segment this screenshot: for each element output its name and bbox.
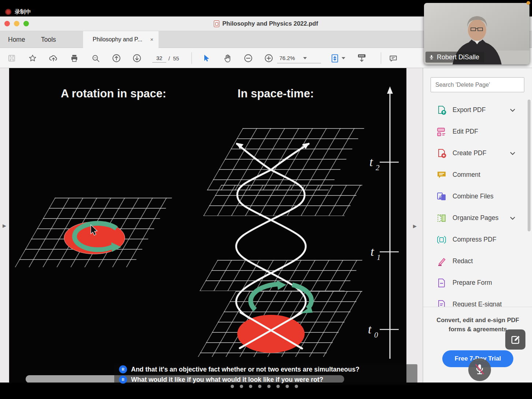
tool-request-esignature[interactable]: Request E-signat (423, 294, 532, 307)
microphone-icon (429, 54, 434, 60)
pagination-dot[interactable] (267, 385, 271, 388)
time-axis (380, 86, 399, 359)
promo-text-line1: Convert, edit and e-sign PDF (423, 317, 532, 324)
pagination-dot[interactable] (231, 385, 234, 388)
tab-tools[interactable]: Tools (41, 31, 56, 48)
tool-label: Edit PDF (453, 128, 478, 135)
caption-overlay: R And that it's an objective fact whethe… (114, 364, 417, 385)
fit-page-icon[interactable] (330, 53, 340, 63)
zoom-level-value: 76.2% (279, 55, 295, 61)
tool-label: Prepare Form (453, 279, 492, 287)
page-up-icon[interactable] (111, 53, 122, 63)
chevron-down-icon[interactable] (510, 216, 516, 220)
request-esign-icon (436, 299, 447, 307)
search-input[interactable] (431, 77, 524, 92)
tool-prepare-form[interactable]: Prepare Form (423, 272, 532, 294)
pagination-dot[interactable] (258, 385, 261, 388)
page-number-input[interactable] (152, 54, 166, 63)
pdf-file-icon (214, 20, 219, 27)
webcam-video[interactable]: Robert DiSalle (424, 3, 529, 64)
tool-label: Redact (453, 257, 473, 265)
chevron-down-icon[interactable] (510, 108, 516, 112)
pagination-dot[interactable] (249, 385, 252, 388)
participant-nametag: Robert DiSalle (425, 52, 484, 63)
tab-document[interactable]: Philosophy and P... × (83, 31, 159, 48)
expand-left-panel-icon[interactable]: ▶ (3, 223, 6, 228)
select-cursor-icon[interactable] (201, 53, 211, 63)
svg-text:2: 2 (376, 163, 380, 172)
red-disk-spacetime (237, 315, 305, 353)
tool-organize-pages[interactable]: Organize Pages (423, 207, 532, 229)
toolbar-divider (191, 52, 192, 64)
annotate-button[interactable] (505, 329, 525, 350)
export-pdf-icon (436, 105, 447, 115)
pdf-page[interactable]: A rotation in space: In space-time: (9, 68, 406, 383)
tool-label: Organize Pages (453, 214, 499, 222)
chevron-down-icon[interactable] (342, 57, 345, 59)
tool-compress-pdf[interactable]: Compress PDF (423, 229, 532, 250)
chevron-down-icon[interactable] (510, 152, 516, 155)
mute-microphone-button[interactable] (468, 358, 491, 381)
caption-line: R And that it's an objective fact whethe… (114, 364, 417, 374)
toolbar-presets-icon[interactable] (357, 53, 367, 63)
comment-bubble-icon[interactable] (388, 53, 398, 63)
microphone-muted-icon (474, 363, 485, 376)
tool-label: Export PDF (453, 106, 486, 114)
tool-combine-files[interactable]: Combine Files (423, 186, 532, 207)
axis-label-t0: t 0 (368, 322, 378, 339)
pagination-dot[interactable] (240, 385, 243, 388)
content-area: ▶ A rotation in space: In space-time: (0, 68, 532, 383)
tool-redact[interactable]: Redact (423, 250, 532, 272)
tool-label: Create PDF (453, 149, 486, 157)
window-title: Philosophy and Physics 2022.pdf (222, 20, 318, 27)
signature-pen-icon (510, 334, 521, 345)
zoom-in-icon[interactable] (264, 53, 274, 63)
tool-comment[interactable]: Comment (423, 164, 532, 186)
redact-icon (436, 256, 447, 266)
recording-dot-icon (5, 9, 11, 15)
svg-text:0: 0 (374, 331, 378, 339)
slide-graphics: A rotation in space: In space-time: (9, 68, 406, 383)
zoom-out-icon[interactable] (243, 53, 253, 63)
svg-text:t: t (368, 322, 372, 336)
expand-right-panel-icon[interactable]: ▶ (413, 223, 417, 229)
comment-icon (436, 170, 447, 180)
tab-document-label: Philosophy and P... (93, 36, 142, 43)
panel-scrollbar[interactable] (528, 100, 531, 231)
speaker-avatar: R (119, 365, 127, 373)
compress-pdf-icon (436, 235, 447, 245)
zoom-level-dropdown[interactable]: 76.2% (277, 53, 321, 63)
grid-plane (203, 185, 362, 216)
star-icon[interactable] (27, 53, 38, 63)
slide-title-right: In space-time: (238, 87, 314, 100)
print-icon[interactable] (69, 53, 79, 63)
zoom-window-button[interactable] (23, 21, 29, 26)
pagination-dot[interactable] (295, 385, 298, 388)
create-pdf-icon (436, 148, 447, 159)
acrobat-window: Philosophy and Physics 2022.pdf Home Too… (0, 16, 532, 383)
tab-close-icon[interactable]: × (150, 31, 153, 48)
hand-tool-icon[interactable] (222, 53, 232, 63)
left-panel-strip: ▶ (0, 68, 9, 383)
participant-name: Robert DiSalle (437, 53, 479, 61)
tool-export-pdf[interactable]: Export PDF (423, 99, 532, 121)
prepare-form-icon (436, 278, 447, 288)
page-down-icon[interactable] (132, 53, 142, 63)
toolbar-divider (381, 52, 381, 64)
svg-text:t: t (371, 245, 375, 258)
page-total-label: / 55 (168, 55, 179, 61)
tab-home[interactable]: Home (8, 31, 25, 48)
svg-text:1: 1 (377, 253, 381, 262)
pagination-dot[interactable] (276, 385, 280, 388)
minimize-window-button[interactable] (14, 21, 19, 26)
caption-text: What would it like if you what would it … (131, 376, 323, 384)
share-upload-icon[interactable] (48, 53, 59, 63)
close-window-button[interactable] (4, 21, 10, 26)
tool-create-pdf[interactable]: Create PDF (423, 142, 532, 164)
tool-edit-pdf[interactable]: Edit PDF (423, 121, 532, 142)
save-icon[interactable] (7, 53, 17, 63)
status-dot-icon (527, 1, 530, 5)
pagination-dot[interactable] (286, 385, 289, 388)
pagination-dots (231, 385, 304, 388)
find-icon[interactable] (90, 53, 101, 63)
